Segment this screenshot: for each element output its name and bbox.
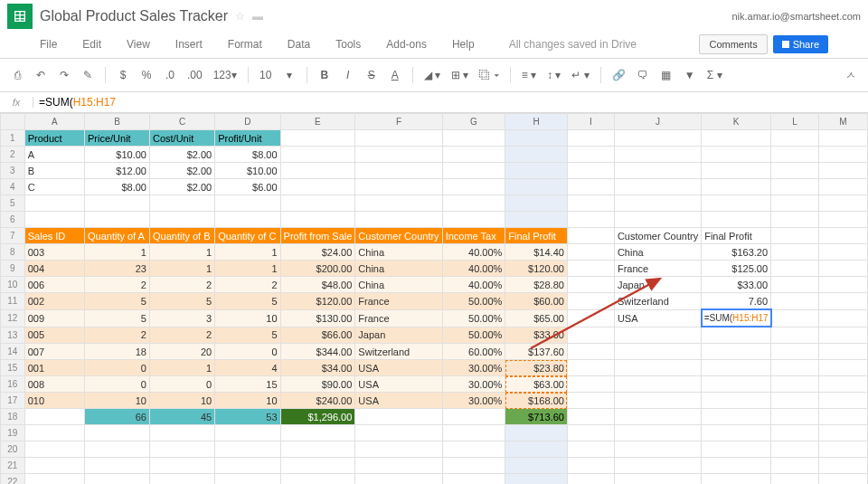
col-header-G[interactable]: G	[442, 114, 505, 130]
chart-icon[interactable]: ▦	[656, 67, 676, 83]
collapse-icon[interactable]: ㅅ	[841, 66, 861, 85]
share-button[interactable]: Share	[773, 35, 828, 53]
menu-tools[interactable]: Tools	[335, 38, 361, 51]
row-header-15[interactable]: 15	[1, 360, 25, 376]
functions-icon[interactable]: Σ ▾	[703, 67, 726, 83]
format-currency[interactable]: $	[113, 67, 133, 83]
title-bar: Global Product Sales Tracker ☆ ▬ nik.ama…	[0, 0, 868, 33]
fx-icon: fx	[0, 97, 33, 108]
redo-icon[interactable]: ↷	[54, 67, 74, 83]
formula-input[interactable]: =SUM(H15:H17	[33, 94, 868, 110]
row-header-12[interactable]: 12	[1, 309, 25, 327]
row-header-16[interactable]: 16	[1, 376, 25, 393]
save-status: All changes saved in Drive	[509, 38, 637, 51]
italic-icon[interactable]: I	[338, 67, 358, 83]
text-color-icon[interactable]: A	[385, 67, 405, 83]
menu-bar: FileEditViewInsertFormatDataToolsAdd-ons…	[0, 33, 868, 59]
font-size[interactable]: 10	[256, 67, 276, 83]
row-header-21[interactable]: 21	[1, 458, 25, 474]
star-icon[interactable]: ☆	[235, 10, 245, 23]
col-header-F[interactable]: F	[355, 114, 442, 130]
row-header-5[interactable]: 5	[1, 195, 25, 212]
link-icon[interactable]: 🔗	[609, 67, 629, 83]
row-header-14[interactable]: 14	[1, 344, 25, 360]
bold-icon[interactable]: B	[315, 67, 335, 83]
doc-title[interactable]: Global Product Sales Tracker	[40, 8, 228, 24]
row-header-9[interactable]: 9	[1, 261, 25, 277]
row-header-8[interactable]: 8	[1, 244, 25, 261]
col-header-H[interactable]: H	[505, 114, 568, 130]
menu-view[interactable]: View	[127, 38, 150, 51]
user-email[interactable]: nik.amar.io@smartsheet.com	[731, 11, 861, 22]
menu-help[interactable]: Help	[452, 38, 475, 51]
col-header-A[interactable]: A	[24, 114, 84, 130]
menu-file[interactable]: File	[40, 38, 57, 51]
col-header-K[interactable]: K	[702, 114, 771, 130]
undo-icon[interactable]: ↶	[31, 67, 51, 83]
paint-icon[interactable]: ✎	[78, 67, 98, 83]
comments-button[interactable]: Comments	[699, 34, 767, 54]
menu-add-ons[interactable]: Add-ons	[386, 38, 427, 51]
row-header-11[interactable]: 11	[1, 293, 25, 310]
comment-icon[interactable]: 🗨	[633, 67, 653, 83]
valign-icon[interactable]: ↕ ▾	[543, 67, 564, 83]
wrap-icon[interactable]: ↵ ▾	[568, 67, 592, 83]
sheets-logo	[7, 4, 33, 29]
decrease-decimal[interactable]: .0	[160, 67, 180, 83]
zoom[interactable]: 123 ▾	[210, 67, 241, 83]
col-header-I[interactable]: I	[567, 114, 614, 130]
row-header-17[interactable]: 17	[1, 393, 25, 409]
col-header-B[interactable]: B	[84, 114, 149, 130]
row-header-10[interactable]: 10	[1, 277, 25, 293]
row-header-3[interactable]: 3	[1, 163, 25, 179]
col-header-E[interactable]: E	[280, 114, 355, 130]
menu-insert[interactable]: Insert	[175, 38, 203, 51]
toolbar: ⎙ ↶ ↷ ✎ $ % .0 .00 123 ▾ 10 ▾ B I S A ◢ …	[0, 59, 868, 92]
col-header-C[interactable]: C	[149, 114, 214, 130]
row-header-20[interactable]: 20	[1, 441, 25, 458]
menu-format[interactable]: Format	[228, 38, 262, 51]
menu-data[interactable]: Data	[288, 38, 310, 51]
row-header-6[interactable]: 6	[1, 212, 25, 228]
row-header-19[interactable]: 19	[1, 425, 25, 441]
halign-icon[interactable]: ≡ ▾	[518, 67, 540, 83]
col-header-M[interactable]: M	[819, 114, 868, 130]
fill-icon[interactable]: ◢ ▾	[420, 67, 444, 83]
filter-icon[interactable]: ▼	[680, 67, 700, 83]
merge-icon[interactable]: ⿻ ▾	[476, 67, 502, 83]
col-header-L[interactable]: L	[771, 114, 819, 130]
format-percent[interactable]: %	[137, 67, 156, 83]
formula-bar: fx =SUM(H15:H17	[0, 92, 868, 113]
row-header-7[interactable]: 7	[1, 228, 25, 244]
col-header-D[interactable]: D	[215, 114, 280, 130]
strike-icon[interactable]: S	[362, 67, 382, 83]
row-header-2[interactable]: 2	[1, 147, 25, 163]
increase-decimal[interactable]: .00	[184, 67, 206, 83]
row-header-13[interactable]: 13	[1, 327, 25, 344]
row-header-4[interactable]: 4	[1, 179, 25, 195]
row-header-22[interactable]: 22	[1, 474, 25, 485]
lock-icon	[782, 41, 789, 48]
row-header-18[interactable]: 18	[1, 409, 25, 425]
folder-icon[interactable]: ▬	[252, 10, 263, 23]
col-header-J[interactable]: J	[614, 114, 701, 130]
spreadsheet-grid[interactable]: ABCDEFGHIJKLM1ProductPrice/UnitCost/Unit…	[0, 113, 868, 484]
borders-icon[interactable]: ⊞ ▾	[448, 67, 472, 83]
row-header-1[interactable]: 1	[1, 130, 25, 147]
active-cell[interactable]: =SUM(H15:H17	[702, 309, 771, 327]
menu-edit[interactable]: Edit	[82, 38, 101, 51]
print-icon[interactable]: ⎙	[7, 67, 27, 83]
